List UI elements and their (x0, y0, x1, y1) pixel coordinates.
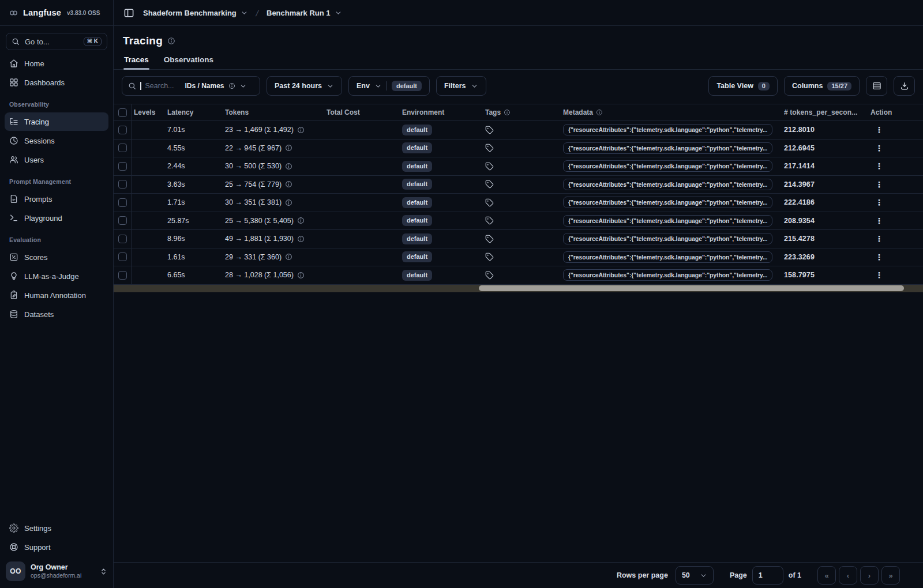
sidebar-item-label: Scores (24, 253, 47, 262)
row-checkbox[interactable] (118, 235, 127, 243)
sidebar-item-users[interactable]: Users (5, 150, 108, 169)
table-row[interactable]: 4.55s22 → 945 (Σ 967)default{"resourceAt… (114, 140, 923, 158)
metadata-cell: {"resourceAttributes":{"telemetry.sdk.la… (561, 215, 783, 227)
tag-icon[interactable] (485, 271, 494, 280)
tag-icon[interactable] (485, 162, 494, 171)
column-header-tokens: Tokens (225, 108, 249, 116)
tag-icon[interactable] (485, 198, 494, 207)
goto-shortcut: ⌘ K (84, 37, 102, 46)
metadata-pill[interactable]: {"resourceAttributes":{"telemetry.sdk.la… (563, 215, 772, 227)
environment-badge: default (402, 197, 432, 208)
table-row[interactable]: 25.87s25 → 5,380 (Σ 5,405)default{"resou… (114, 212, 923, 231)
row-actions-menu-icon[interactable]: ⋮ (871, 251, 888, 263)
table-row[interactable]: 3.63s25 → 754 (Σ 779)default{"resourceAt… (114, 176, 923, 194)
row-checkbox[interactable] (118, 198, 127, 207)
row-checkbox[interactable] (118, 126, 127, 134)
metadata-pill[interactable]: {"resourceAttributes":{"telemetry.sdk.la… (563, 124, 772, 135)
export-button[interactable] (894, 76, 915, 96)
row-actions-menu-icon[interactable]: ⋮ (871, 214, 888, 227)
environment-cell: default (399, 142, 480, 153)
first-page-button[interactable]: « (817, 566, 836, 585)
sidebar-item-human-annotation[interactable]: Human Annotation (5, 286, 108, 304)
sidebar-item-sessions[interactable]: Sessions (5, 131, 108, 150)
time-range-button[interactable]: Past 24 hours (267, 76, 342, 96)
tab-traces[interactable]: Traces (123, 52, 149, 69)
table-row[interactable]: 1.71s30 → 351 (Σ 381)default{"resourceAt… (114, 194, 923, 212)
table-row[interactable]: 6.65s28 → 1,028 (Σ 1,056)default{"resour… (114, 266, 923, 285)
sidebar-item-llm-as-a-judge[interactable]: LLM-as-a-Judge (5, 267, 108, 285)
metadata-pill[interactable]: {"resourceAttributes":{"telemetry.sdk.la… (563, 160, 772, 172)
select-all-checkbox[interactable] (118, 108, 127, 117)
row-checkbox[interactable] (118, 144, 127, 152)
user-menu[interactable]: OO Org Owner ops@shadeform.ai (5, 557, 108, 581)
metadata-pill[interactable]: {"resourceAttributes":{"telemetry.sdk.la… (563, 179, 772, 190)
next-page-button[interactable]: › (860, 566, 879, 585)
breadcrumb-project[interactable]: Benchmark Run 1 (267, 9, 342, 17)
tag-icon[interactable] (485, 126, 494, 134)
last-page-button[interactable]: » (881, 566, 900, 585)
metadata-pill[interactable]: {"resourceAttributes":{"telemetry.sdk.la… (563, 269, 772, 281)
tag-icon[interactable] (485, 252, 494, 261)
sidebar-item-dashboards[interactable]: Dashboards (5, 73, 108, 92)
table-row[interactable]: 8.96s49 → 1,881 (Σ 1,930)default{"resour… (114, 230, 923, 248)
sidebar-section-label: Evaluation (5, 228, 108, 247)
row-actions-menu-icon[interactable]: ⋮ (871, 232, 888, 245)
goto-search[interactable]: Go to... ⌘ K (6, 33, 107, 50)
sidebar-item-tracing[interactable]: Tracing (5, 112, 108, 131)
sidebar-item-scores[interactable]: Scores (5, 248, 108, 266)
filters-button[interactable]: Filters (436, 76, 486, 96)
action-cell: ⋮ (866, 123, 923, 136)
settings-icon (9, 523, 18, 533)
horizontal-scrollbar[interactable] (114, 285, 923, 292)
row-actions-menu-icon[interactable]: ⋮ (871, 269, 888, 281)
row-actions-menu-icon[interactable]: ⋮ (871, 160, 888, 172)
metadata-cell: {"resourceAttributes":{"telemetry.sdk.la… (561, 251, 783, 263)
metadata-pill[interactable]: {"resourceAttributes":{"telemetry.sdk.la… (563, 197, 772, 208)
row-actions-menu-icon[interactable]: ⋮ (871, 142, 888, 154)
toolbar: IDs / Names Past 24 hours Env default Fi… (114, 70, 923, 101)
row-actions-menu-icon[interactable]: ⋮ (871, 123, 888, 136)
sidebar-item-settings[interactable]: Settings (5, 519, 108, 537)
sidebar-item-home[interactable]: Home (5, 54, 108, 73)
search-input[interactable] (145, 82, 181, 90)
row-actions-menu-icon[interactable]: ⋮ (871, 178, 888, 191)
tag-icon[interactable] (485, 180, 494, 189)
table-view-button[interactable]: Table View 0 (708, 76, 778, 96)
row-checkbox[interactable] (118, 252, 127, 261)
previous-page-button[interactable]: ‹ (839, 566, 857, 585)
scrollbar-thumb[interactable] (479, 285, 904, 291)
table-row[interactable]: 1.61s29 → 331 (Σ 360)default{"resourceAt… (114, 248, 923, 267)
row-checkbox[interactable] (118, 162, 127, 171)
info-icon (285, 144, 292, 152)
columns-button[interactable]: Columns 15/27 (784, 76, 860, 96)
sidebar-item-support[interactable]: Support (5, 538, 108, 556)
row-actions-menu-icon[interactable]: ⋮ (871, 196, 888, 209)
scores-icon (9, 252, 18, 262)
breadcrumb-org[interactable]: Shadeform Benchmarking (143, 9, 248, 17)
tag-icon[interactable] (485, 235, 494, 243)
metadata-pill[interactable]: {"resourceAttributes":{"telemetry.sdk.la… (563, 142, 772, 154)
table-row[interactable]: 2.44s30 → 500 (Σ 530)default{"resourceAt… (114, 157, 923, 176)
sidebar-item-playground[interactable]: Playground (5, 209, 108, 227)
rows-per-page-select[interactable]: 50 (676, 566, 714, 585)
search-box[interactable]: IDs / Names (122, 76, 260, 96)
table-row[interactable]: 7.01s23 → 1,469 (Σ 1,492)default{"resour… (114, 121, 923, 140)
tag-icon[interactable] (485, 144, 494, 152)
row-checkbox[interactable] (118, 271, 127, 280)
row-checkbox[interactable] (118, 216, 127, 225)
sidebar-nav: HomeDashboardsObservabilityTracingSessio… (0, 52, 113, 324)
page-input[interactable] (759, 571, 777, 579)
sidebar-item-datasets[interactable]: Datasets (5, 305, 108, 323)
prompts-icon (9, 194, 18, 203)
tags-cell (480, 162, 561, 171)
sidebar-item-prompts[interactable]: Prompts (5, 190, 108, 208)
metadata-pill[interactable]: {"resourceAttributes":{"telemetry.sdk.la… (563, 251, 772, 263)
metadata-pill[interactable]: {"resourceAttributes":{"telemetry.sdk.la… (563, 233, 772, 244)
action-cell: ⋮ (866, 178, 923, 191)
sidebar-toggle-button[interactable] (121, 5, 136, 20)
tab-observations[interactable]: Observations (163, 52, 214, 69)
row-height-button[interactable] (866, 76, 887, 96)
env-filter-button[interactable]: Env default (348, 76, 430, 96)
row-checkbox[interactable] (118, 180, 127, 189)
tag-icon[interactable] (485, 216, 494, 225)
